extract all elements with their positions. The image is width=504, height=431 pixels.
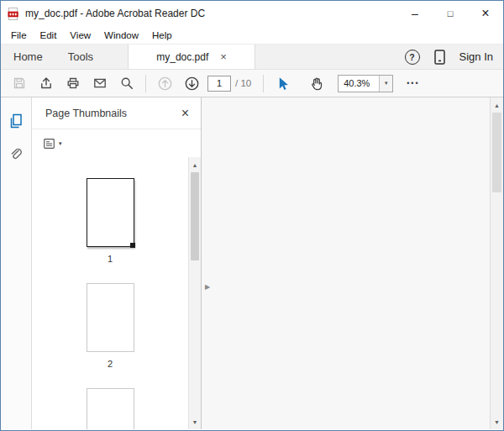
page-thumbnails-icon xyxy=(8,113,24,129)
scrollbar-thumb[interactable] xyxy=(492,113,501,192)
tabbar-right-group: ? Sign In xyxy=(405,45,493,69)
share-upload-button[interactable] xyxy=(33,71,60,95)
select-tool-button[interactable] xyxy=(269,71,296,95)
panel-close-icon[interactable]: × xyxy=(181,106,189,121)
minimize-button[interactable]: – xyxy=(397,1,433,26)
envelope-icon xyxy=(92,76,108,91)
email-button[interactable] xyxy=(87,71,113,95)
page-thumbnails-panel-button[interactable] xyxy=(5,111,27,131)
search-icon xyxy=(119,76,134,91)
content-area: Page Thumbnails × ▾ 1 xyxy=(1,97,503,429)
thumbnail-list: 1 2 xyxy=(32,156,188,429)
sign-in-button[interactable]: Sign In xyxy=(459,50,493,63)
scrollbar-thumb[interactable] xyxy=(191,172,199,260)
document-tab-close-icon[interactable]: × xyxy=(220,50,227,63)
thumbnail-page-3[interactable] xyxy=(87,388,134,429)
maximize-button[interactable]: □ xyxy=(433,1,468,26)
menu-edit[interactable]: Edit xyxy=(34,30,64,40)
zoom-control[interactable]: 40.3% ▼ xyxy=(338,75,393,92)
pdf-file-icon xyxy=(8,8,20,20)
print-icon xyxy=(66,76,81,91)
panel-toolbar: ▾ xyxy=(32,129,201,157)
titlebar: my_doc.pdf - Adobe Acrobat Reader DC – □… xyxy=(1,1,503,26)
pointer-arrow-icon xyxy=(275,76,291,92)
tab-document[interactable]: my_doc.pdf × xyxy=(128,45,255,69)
thumbnail-item[interactable]: 1 xyxy=(87,178,134,265)
menubar: File Edit View Window Help xyxy=(1,26,503,44)
mobile-device-icon[interactable] xyxy=(434,50,445,65)
find-button[interactable] xyxy=(113,71,140,95)
next-page-button[interactable] xyxy=(178,71,205,95)
upload-icon xyxy=(39,76,54,91)
scroll-down-icon[interactable]: ▼ xyxy=(491,415,503,428)
zoom-value: 40.3% xyxy=(339,78,379,88)
thumbnail-page-2[interactable] xyxy=(87,283,134,352)
menu-help[interactable]: Help xyxy=(145,30,179,40)
document-scrollbar[interactable]: ▲ ▼ xyxy=(490,97,503,429)
page-number-input[interactable] xyxy=(207,76,231,92)
thumbnail-label: 1 xyxy=(108,254,113,265)
menu-view[interactable]: View xyxy=(63,30,97,40)
previous-page-button[interactable] xyxy=(151,71,178,95)
more-tools-button[interactable]: ••• xyxy=(407,79,419,87)
close-button[interactable]: × xyxy=(468,1,503,26)
toolbar: / 10 40.3% ▼ ••• xyxy=(1,69,503,97)
panel-collapse-handle[interactable]: ▶ xyxy=(202,276,213,297)
window-title: my_doc.pdf - Adobe Acrobat Reader DC xyxy=(25,8,205,19)
thumbnail-page-1[interactable] xyxy=(87,178,134,247)
thumbnail-item[interactable]: 2 xyxy=(87,283,134,370)
panel-header: Page Thumbnails × xyxy=(32,97,201,129)
paperclip-icon xyxy=(8,147,24,162)
thumbnail-label: 2 xyxy=(108,359,113,370)
help-icon[interactable]: ? xyxy=(405,50,420,65)
zoom-dropdown-caret-icon[interactable]: ▼ xyxy=(379,76,392,92)
window-controls: – □ × xyxy=(397,1,503,26)
thumbnail-scrollbar[interactable]: ▲ ▼ xyxy=(188,157,201,429)
save-icon xyxy=(12,76,27,91)
menu-window[interactable]: Window xyxy=(97,30,145,40)
tab-home[interactable]: Home xyxy=(1,45,55,69)
document-tab-label: my_doc.pdf xyxy=(156,51,208,63)
tabbar: Home Tools my_doc.pdf × ? Sign In xyxy=(1,44,503,69)
options-caret-icon: ▾ xyxy=(59,140,62,147)
thumbnail-options-button[interactable]: ▾ xyxy=(42,137,62,150)
panel-title: Page Thumbnails xyxy=(45,108,127,119)
page-total-label: / 10 xyxy=(235,78,251,88)
scroll-up-icon[interactable]: ▲ xyxy=(189,158,201,171)
save-button[interactable] xyxy=(6,71,33,95)
hand-icon xyxy=(308,76,324,92)
options-list-icon xyxy=(42,137,56,150)
scroll-down-icon[interactable]: ▼ xyxy=(189,415,201,428)
thumbnail-item[interactable] xyxy=(87,388,134,429)
tab-tools[interactable]: Tools xyxy=(55,45,106,69)
document-view: ▶ ▲ ▼ xyxy=(202,97,503,429)
print-button[interactable] xyxy=(60,71,87,95)
page-down-icon xyxy=(184,76,200,92)
attachments-panel-button[interactable] xyxy=(5,145,27,165)
left-nav-strip xyxy=(1,97,32,429)
scroll-up-icon[interactable]: ▲ xyxy=(491,98,503,112)
page-up-icon xyxy=(157,76,173,92)
page-thumbnails-panel: Page Thumbnails × ▾ 1 xyxy=(32,97,202,429)
acrobat-reader-window: my_doc.pdf - Adobe Acrobat Reader DC – □… xyxy=(0,0,504,431)
hand-tool-button[interactable] xyxy=(302,71,329,95)
toolbar-separator xyxy=(263,75,264,92)
toolbar-separator xyxy=(145,75,146,92)
menu-file[interactable]: File xyxy=(4,30,34,40)
